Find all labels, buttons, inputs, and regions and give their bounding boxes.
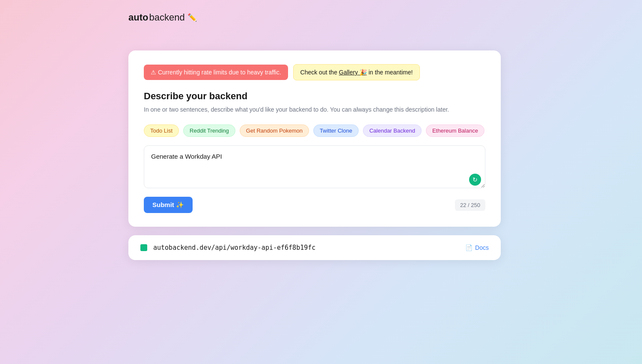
gallery-alert[interactable]: Check out the Gallery 🎉 in the meantime!: [293, 64, 420, 80]
example-chips: Todo List Reddit Trending Get Random Pok…: [144, 124, 485, 137]
logo-auto: auto: [128, 12, 148, 23]
docs-icon: 📄: [465, 244, 473, 251]
alerts-row: ⚠ Currently hitting rate limits due to h…: [144, 64, 485, 80]
result-left: autobackend.dev/api/workday-api-ef6f8b19…: [140, 244, 315, 252]
section-subtitle: In one or two sentences, describe what y…: [144, 105, 485, 114]
bottom-row: Submit ✨ 22 / 250: [144, 197, 485, 213]
submit-label: Submit ✨: [152, 201, 184, 209]
backend-description-input[interactable]: Generate a Workday API: [144, 145, 485, 188]
docs-label: Docs: [475, 244, 489, 251]
result-card: autobackend.dev/api/workday-api-ef6f8b19…: [128, 235, 501, 260]
char-count: 22 / 250: [455, 199, 485, 211]
gallery-prefix: Check out the: [300, 69, 339, 76]
submit-button[interactable]: Submit ✨: [144, 197, 193, 213]
refresh-icon[interactable]: ↻: [469, 174, 481, 186]
logo-icon: ✏️: [187, 13, 197, 22]
gallery-link[interactable]: Gallery 🎉: [339, 69, 367, 76]
status-indicator: [140, 244, 147, 251]
refresh-symbol: ↻: [473, 176, 478, 183]
chip-calendar-backend[interactable]: Calendar Backend: [363, 124, 422, 137]
textarea-container: Generate a Workday API ↻: [144, 145, 485, 190]
chip-get-random-pokemon[interactable]: Get Random Pokemon: [240, 124, 309, 137]
chip-todo-list[interactable]: Todo List: [144, 124, 179, 137]
gallery-suffix: in the meantime!: [367, 69, 413, 76]
section-title: Describe your backend: [144, 91, 485, 102]
chip-reddit-trending[interactable]: Reddit Trending: [183, 124, 235, 137]
rate-limit-alert: ⚠ Currently hitting rate limits due to h…: [144, 65, 288, 80]
api-url: autobackend.dev/api/workday-api-ef6f8b19…: [153, 244, 315, 252]
chip-twitter-clone[interactable]: Twitter Clone: [313, 124, 359, 137]
header: auto backend ✏️: [128, 12, 197, 23]
docs-link[interactable]: 📄 Docs: [465, 244, 489, 251]
chip-ethereum-balance[interactable]: Ethereum Balance: [426, 124, 484, 137]
rate-limit-text: ⚠ Currently hitting rate limits due to h…: [151, 69, 281, 76]
main-card: ⚠ Currently hitting rate limits due to h…: [128, 50, 501, 227]
logo-backend: backend: [149, 12, 184, 23]
